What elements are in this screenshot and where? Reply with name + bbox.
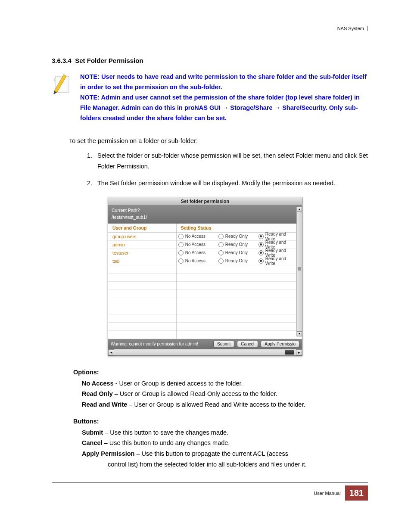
opt-sep-2: –: [127, 401, 134, 408]
btn-term-0: Submit: [82, 429, 103, 436]
label-na: No Access: [185, 258, 206, 263]
opt-term-2: Read and Write: [82, 401, 127, 408]
radio-na-1[interactable]: [178, 242, 184, 247]
btn-sep-0: –: [103, 429, 110, 436]
btn-desc-1: Use this button to undo any changes made…: [109, 439, 230, 446]
btn-desc-0: Use this button to save the changes made…: [110, 429, 228, 436]
label-na: No Access: [185, 234, 206, 239]
path-label: Current Path?: [112, 207, 299, 214]
btn-desc-2: Use this button to propagate the current…: [142, 450, 288, 457]
btn-sep-1: –: [103, 439, 109, 446]
apply-permission-button[interactable]: Apply Permissio: [261, 341, 299, 347]
opt-sep-1: –: [113, 390, 120, 397]
note-block: NOTE: User needs to have read and write …: [52, 72, 368, 124]
scroll-right-icon[interactable]: ▸: [296, 349, 302, 355]
scroll-up-icon[interactable]: ▴: [297, 207, 302, 212]
header-product: NAS System: [337, 26, 368, 31]
btn-term-2: Apply Permission: [82, 450, 134, 457]
row-name-0: group:users: [108, 233, 176, 241]
scroll-down-icon[interactable]: ▾: [297, 331, 302, 336]
row-name-1: admin: [108, 241, 176, 249]
hscroll-thumb[interactable]: [285, 350, 294, 355]
path-bar: Current Path? /testsh/test_sub1/: [108, 205, 302, 224]
opt-desc-1: User or Group is allowed Read-Only acces…: [120, 390, 277, 397]
dialog-footer: Warning: cannot modify permission for ad…: [108, 339, 302, 349]
scroll-thumb[interactable]: [298, 267, 301, 271]
radio-na-2[interactable]: [178, 250, 184, 255]
buttons-heading: Buttons:: [73, 418, 368, 425]
row-opts-3: No Access Ready Only Ready and Write: [177, 257, 297, 265]
pencil-note-icon: [52, 72, 72, 96]
opt-desc-2: User or Group is allowed Read and Write …: [134, 401, 305, 408]
opt-term-1: Read Only: [82, 390, 113, 397]
col-user-group: User and Group: [108, 224, 176, 233]
row-name-3: tsai: [108, 257, 176, 265]
radio-rw-3[interactable]: [258, 258, 264, 264]
radio-na-0[interactable]: [178, 234, 184, 239]
vertical-scrollbar[interactable]: ▴ ▾: [296, 207, 302, 336]
permission-table: User and Group group:users admin testuse…: [108, 224, 297, 339]
note-line-2: NOTE: Admin and user cannot set the perm…: [80, 93, 368, 124]
radio-ro-2[interactable]: [218, 250, 224, 255]
dialog-title: Set folder permission: [108, 197, 302, 205]
step-1: Select the folder or sub-folder whose pe…: [94, 150, 368, 171]
row-name-2: testuser: [108, 249, 176, 257]
path-value: /testsh/test_sub1/: [112, 214, 299, 221]
warning-text: Warning: cannot modify permission for ad…: [111, 342, 211, 346]
label-na: No Access: [185, 242, 206, 247]
opt-term-0: No Access: [82, 380, 114, 387]
radio-rw-0[interactable]: [258, 234, 264, 239]
label-rw: Ready and Write: [265, 256, 297, 266]
section-number: 3.6.3.4: [52, 57, 72, 64]
section-title: 3.6.3.4 Set Folder Permission: [52, 57, 368, 64]
opt-desc-0: User or Group is denied access to the fo…: [119, 380, 243, 387]
submit-button[interactable]: Submit: [213, 341, 234, 347]
page-footer: User Manual 181: [52, 482, 368, 501]
steps-list: Select the folder or sub-folder whose pe…: [86, 150, 368, 188]
label-ro: Ready Only: [225, 258, 248, 263]
label-ro: Ready Only: [225, 250, 248, 255]
btn-sep-2: –: [134, 450, 141, 457]
radio-na-3[interactable]: [178, 258, 184, 264]
btn-desc-2-cont: control list) from the selected folder i…: [108, 459, 368, 470]
set-folder-permission-dialog: Set folder permission ▴ ▾ Current Path? …: [108, 197, 302, 356]
radio-rw-2[interactable]: [258, 250, 264, 255]
page-number: 181: [345, 485, 368, 501]
btn-term-1: Cancel: [82, 439, 103, 446]
buttons-list: Submit – Use this button to save the cha…: [82, 427, 368, 470]
label-ro: Ready Only: [225, 242, 248, 247]
radio-ro-0[interactable]: [218, 234, 224, 239]
label-na: No Access: [185, 250, 206, 255]
intro-text: To set the permission on a folder or sub…: [69, 136, 368, 146]
options-list: No Access - User or Group is denied acce…: [82, 378, 368, 410]
horizontal-scrollbar[interactable]: ◂ ▸: [108, 349, 302, 355]
col-setting-status: Setting Status: [177, 224, 297, 233]
radio-rw-1[interactable]: [258, 242, 264, 247]
label-ro: Ready Only: [225, 234, 248, 239]
cancel-button[interactable]: Cancel: [237, 341, 258, 347]
opt-sep-0: -: [114, 380, 119, 387]
radio-ro-3[interactable]: [218, 258, 224, 264]
radio-ro-1[interactable]: [218, 242, 224, 247]
section-name: Set Folder Permission: [75, 57, 143, 64]
step-2: The Set folder permission window will be…: [94, 178, 368, 189]
options-heading: Options:: [73, 369, 368, 376]
note-line-1: NOTE: User needs to have read and write …: [80, 72, 368, 93]
footer-label: User Manual: [314, 491, 340, 496]
scroll-left-icon[interactable]: ◂: [108, 349, 114, 355]
